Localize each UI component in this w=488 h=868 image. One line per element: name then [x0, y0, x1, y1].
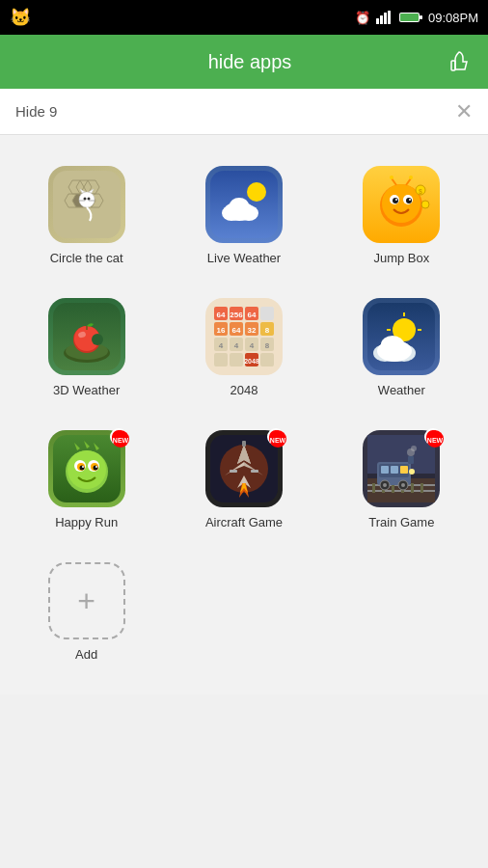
svg-point-100 [93, 465, 97, 470]
svg-point-30 [382, 184, 420, 223]
header-title: hide apps [54, 51, 446, 73]
svg-text:NEW: NEW [427, 437, 444, 444]
app-icon [48, 166, 125, 243]
app-label: Happy Run [55, 515, 118, 531]
app-icon-wrap [363, 298, 440, 375]
battery-icon [399, 11, 422, 24]
svg-point-94 [68, 450, 106, 489]
svg-text:64: 64 [248, 311, 257, 319]
svg-text:2048: 2048 [244, 358, 259, 365]
app-item-happy-run[interactable]: NEW Happy Run [8, 415, 165, 547]
alarm-icon: ⏰ [355, 11, 370, 25]
svg-rect-59 [260, 307, 274, 320]
app-icon-wrap: NEW [205, 430, 283, 507]
app-item-weather[interactable]: Weather [323, 283, 480, 415]
app-item-add[interactable]: + Add [8, 547, 165, 679]
app-label: Live Weather [207, 251, 281, 267]
app-item-jump-box[interactable]: $ Jump Box [323, 150, 480, 283]
svg-rect-2 [384, 13, 387, 24]
svg-rect-137 [400, 466, 408, 474]
thumbs-up-button[interactable] [446, 48, 473, 75]
app-label: 3D Weather [53, 383, 120, 399]
svg-point-145 [409, 469, 415, 475]
svg-text:$: $ [419, 188, 422, 196]
svg-line-39 [406, 178, 411, 185]
svg-rect-135 [381, 466, 389, 474]
svg-point-34 [406, 198, 412, 203]
app-icon-wrap [205, 166, 283, 243]
app-label: Circle the cat [50, 251, 123, 267]
svg-point-99 [79, 465, 84, 470]
app-item-2048[interactable]: 64 256 64 16 64 32 8 [165, 283, 322, 415]
svg-point-18 [87, 198, 90, 201]
svg-rect-80 [260, 353, 274, 366]
svg-point-101 [82, 466, 84, 468]
svg-rect-0 [376, 18, 379, 24]
time-display: 09:08PM [428, 11, 478, 25]
svg-text:256: 256 [230, 311, 243, 319]
svg-text:32: 32 [248, 326, 257, 335]
svg-rect-118 [230, 470, 237, 473]
svg-point-144 [411, 446, 417, 451]
app-icon-wrap: NEW [363, 430, 440, 507]
status-left: 🐱 [10, 7, 31, 28]
svg-point-50 [92, 334, 103, 345]
new-badge: NEW [267, 428, 285, 446]
svg-text:64: 64 [232, 326, 241, 335]
svg-rect-7 [451, 61, 455, 70]
header: hide apps [0, 35, 488, 89]
app-icon-wrap: $ [363, 166, 440, 243]
hide-count: Hide 9 [15, 103, 57, 120]
svg-line-37 [392, 178, 396, 185]
app-label: 2048 [230, 383, 258, 399]
app-grid: Circle the cat [0, 135, 488, 694]
signal-icon [376, 11, 393, 24]
svg-text:4: 4 [234, 341, 239, 350]
add-plus-icon: + [77, 585, 95, 616]
svg-text:NEW: NEW [112, 437, 128, 444]
svg-point-102 [95, 466, 97, 468]
add-label: Add [75, 647, 97, 664]
app-icon: $ [363, 166, 440, 243]
svg-text:4: 4 [219, 341, 224, 350]
svg-text:8: 8 [265, 326, 270, 335]
svg-text:8: 8 [265, 341, 270, 350]
new-badge: NEW [110, 428, 127, 446]
app-label: Weather [378, 383, 425, 399]
app-icon [48, 298, 125, 375]
svg-point-36 [409, 199, 411, 201]
svg-rect-6 [400, 14, 419, 21]
app-item-aircraft-game[interactable]: NEW Aircraft Game [165, 415, 322, 547]
app-icon-wrap [48, 298, 125, 375]
app-item-circle-the-cat[interactable]: Circle the cat [8, 150, 165, 283]
svg-rect-5 [420, 15, 422, 19]
svg-rect-132 [420, 483, 423, 493]
new-badge: NEW [424, 428, 442, 446]
app-item-train-game[interactable]: NEW Train Game [323, 415, 480, 547]
app-item-3d-weather[interactable]: 3D Weather [8, 283, 165, 415]
svg-rect-119 [251, 470, 258, 473]
status-bar: 🐱 ⏰ 09:08PM [0, 0, 488, 35]
app-label: Train Game [368, 515, 434, 531]
svg-rect-127 [372, 483, 375, 493]
app-icon-wrap: 64 256 64 16 64 32 8 [205, 298, 283, 375]
svg-rect-117 [242, 441, 246, 447]
svg-text:NEW: NEW [270, 437, 286, 444]
app-icon: 64 256 64 16 64 32 8 [205, 298, 283, 375]
status-right: ⏰ 09:08PM [355, 11, 478, 25]
app-icon [205, 166, 283, 243]
svg-rect-136 [391, 466, 398, 474]
app-item-live-weather[interactable]: Live Weather [165, 150, 322, 283]
svg-text:16: 16 [217, 326, 226, 335]
svg-point-17 [83, 198, 86, 201]
svg-point-40 [409, 176, 413, 179]
svg-point-24 [247, 182, 266, 202]
add-icon-wrap: + [48, 562, 125, 639]
svg-point-35 [395, 199, 397, 201]
svg-point-139 [383, 483, 387, 487]
svg-rect-142 [408, 456, 414, 464]
close-button[interactable]: ✕ [455, 99, 473, 124]
hide-bar: Hide 9 ✕ [0, 89, 488, 135]
add-icon: + [48, 562, 125, 639]
svg-point-91 [377, 340, 412, 362]
